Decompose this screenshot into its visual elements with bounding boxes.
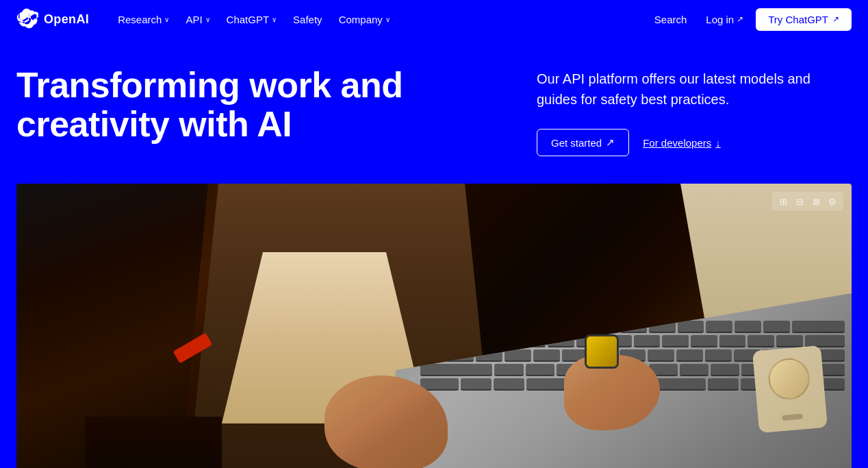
developers-arrow-icon: ↓ — [715, 137, 721, 149]
try-chatgpt-button[interactable]: Try ChatGPT ↗ — [756, 8, 852, 31]
api-chevron-icon: ∨ — [205, 16, 210, 23]
screenshot-icon-3[interactable]: ⊠ — [809, 195, 823, 208]
search-button[interactable]: Search — [648, 8, 694, 31]
research-chevron-icon: ∨ — [164, 16, 169, 23]
hero-section: Transforming work and creativity with AI… — [0, 38, 868, 184]
image-container: ⊞ ⊟ ⊠ ⚙ — [0, 184, 868, 468]
nav-safety[interactable]: Safety — [286, 8, 329, 31]
nav-api[interactable]: API ∨ — [179, 8, 216, 31]
screenshot-icon-1[interactable]: ⊞ — [776, 195, 790, 208]
get-started-arrow-icon: ↗ — [606, 136, 615, 149]
chatgpt-chevron-icon: ∨ — [272, 16, 277, 23]
logo[interactable]: OpenAI — [16, 8, 89, 30]
try-arrow-icon: ↗ — [832, 14, 839, 24]
nav-company[interactable]: Company ∨ — [332, 8, 397, 31]
get-started-button[interactable]: Get started ↗ — [537, 129, 629, 156]
login-arrow-icon: ↗ — [737, 14, 743, 24]
main-nav: OpenAI Research ∨ API ∨ ChatGPT ∨ Safety… — [0, 0, 868, 38]
nav-research[interactable]: Research ∨ — [111, 8, 176, 31]
hero-description: Our API platform offers our latest model… — [537, 69, 852, 110]
phone — [752, 345, 828, 433]
for-developers-button[interactable]: For developers ↓ — [643, 130, 721, 156]
screenshot-toolbar: ⊞ ⊟ ⊠ ⚙ — [772, 192, 843, 211]
openai-logo-icon — [16, 8, 38, 30]
screenshot-settings-icon[interactable]: ⚙ — [826, 195, 839, 208]
logo-text: OpenAI — [44, 12, 89, 27]
hero-right: Our API platform offers our latest model… — [537, 66, 852, 156]
hero-left: Transforming work and creativity with AI — [16, 66, 496, 144]
screenshot-icon-2[interactable]: ⊟ — [793, 195, 806, 208]
nav-chatgpt[interactable]: ChatGPT ∨ — [220, 8, 284, 31]
login-button[interactable]: Log in ↗ — [699, 8, 750, 31]
nav-links: Research ∨ API ∨ ChatGPT ∨ Safety Compan… — [111, 8, 648, 31]
yellow-watch — [585, 334, 619, 369]
bottom-hand — [85, 417, 222, 468]
hero-title: Transforming work and creativity with AI — [16, 66, 496, 144]
hero-photo — [16, 184, 852, 468]
company-chevron-icon: ∨ — [385, 16, 390, 23]
nav-right: Search Log in ↗ Try ChatGPT ↗ — [648, 8, 852, 31]
hero-buttons: Get started ↗ For developers ↓ — [537, 129, 852, 156]
hero-image — [16, 184, 852, 468]
